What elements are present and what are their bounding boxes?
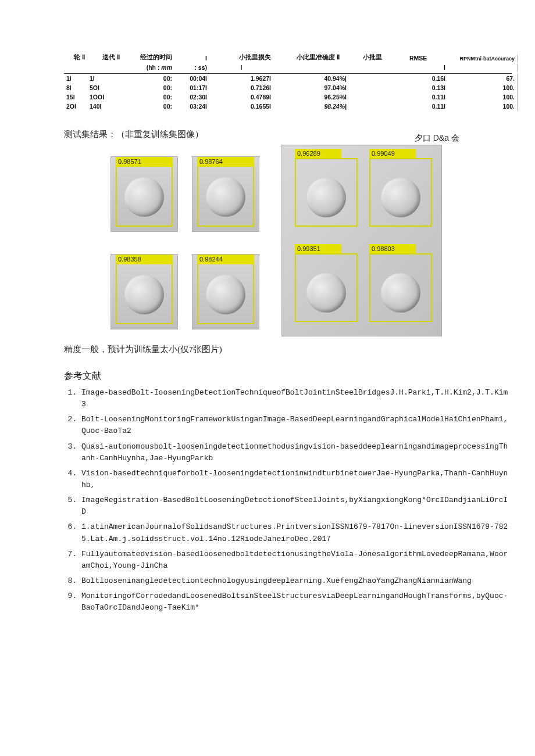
col-epoch: 轮 Ⅱ <box>64 52 87 63</box>
detection-thumb: 0.98571 <box>110 156 178 232</box>
table-row: 2OI140I00:03:24I0.1655I98.24%|0.11I100. <box>64 102 512 111</box>
detection-images: 0.985710.987640.983580.98244 0.962890.99… <box>110 145 459 336</box>
col-loss: 小批里损失 <box>209 52 273 63</box>
col-acc: 小此里准确度 Ⅱ <box>273 52 361 63</box>
detection-bbox <box>369 253 432 322</box>
col-elapsed: 经过的时间 <box>122 52 174 63</box>
col-rmse: RMSE <box>407 53 448 63</box>
table-row: 8I5OI00:01:17I0.7126I97.04%I0.13I100. <box>64 83 512 92</box>
precision-note: 精度一般，预计为训练量太小(仅7张图片) <box>64 342 512 356</box>
reference-item: ImageRegistration-BasedBoltLooseningDete… <box>81 495 512 518</box>
reference-item: Image-basedBolt-IooseningDetectionTechni… <box>81 387 512 410</box>
score-label: 0.99049 <box>369 149 416 158</box>
reference-item: Quasi-autonomousbolt-looseningdetectionm… <box>81 441 512 464</box>
score-label: 0.98571 <box>116 156 173 167</box>
detection-thumb: 0.98358 <box>110 254 178 329</box>
sep-i-1: I <box>209 64 273 72</box>
reference-item: MonitoringofCorrodedandLoosenedBoltsinSt… <box>81 590 512 614</box>
reference-item: Fullyautomatedvision-basedloosenedboltde… <box>81 549 512 572</box>
col-iter: 送代 Ⅱ <box>87 52 122 63</box>
reference-item: Vision-basedtechniqueforbolt-looseningde… <box>81 468 512 491</box>
score-label: 0.98358 <box>116 254 173 264</box>
table-row: 15I1OOI00:02:30I0.4789I96.25%I0.11I100. <box>64 92 512 102</box>
col-rpn: RPNMtni-batAccuracy <box>448 55 518 63</box>
detection-bbox <box>369 158 432 227</box>
score-label: 0.96289 <box>295 149 341 158</box>
col-sep1: I <box>174 53 209 63</box>
reference-item: Boltlooseninangledetectiontechnologyusin… <box>81 575 512 587</box>
score-label: 0.99351 <box>295 244 341 253</box>
elapsed-unit-a: (hh : mm <box>122 64 174 72</box>
training-table: 轮 Ⅱ 送代 Ⅱ 经过的时间 I 小批里损失 小此里准确度 Ⅱ 小批里 RMSE… <box>64 52 512 111</box>
score-label: 0.98803 <box>369 244 416 253</box>
score-label: 0.98244 <box>197 254 254 264</box>
detection-bbox <box>295 253 358 322</box>
sep-i-2: I <box>407 64 448 72</box>
elapsed-unit-b: : ss) <box>174 64 209 72</box>
overlay-text: 夕口 D&a 会 <box>415 133 459 144</box>
detection-image-right: 0.962890.990490.993510.98803 <box>281 145 442 336</box>
references-title: 参考文献 <box>64 370 512 382</box>
col-rmse-lbl: 小批里 <box>361 52 407 63</box>
score-label: 0.98764 <box>197 156 254 167</box>
detection-thumb: 0.98244 <box>192 254 259 329</box>
reference-item: 1.atinAmericanJournalofSolidsandStructur… <box>81 521 512 544</box>
reference-item: Bolt-LooseningMonitoringFrameworkUsingan… <box>81 414 512 437</box>
detection-bbox <box>295 158 358 227</box>
table-row: 1I1I00:00:04I1.9627I40.94%|0.16I67. <box>64 74 512 83</box>
detection-thumb: 0.98764 <box>192 156 259 232</box>
references-list: Image-basedBolt-IooseningDetectionTechni… <box>64 387 512 614</box>
